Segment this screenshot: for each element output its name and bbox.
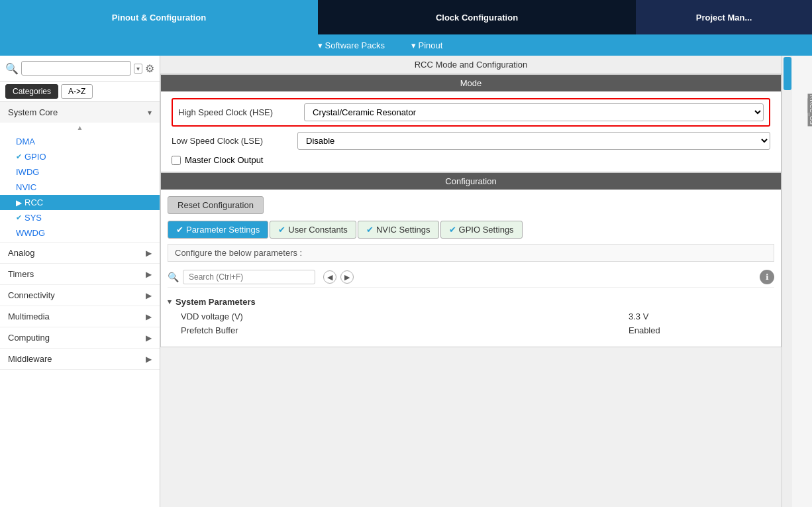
tab-project-manager[interactable]: Project Man... — [636, 0, 812, 34]
sidebar-item-gpio[interactable]: ✔ GPIO — [0, 149, 160, 164]
lse-label: Low Speed Clock (LSE) — [172, 136, 297, 146]
master-clock-label: Master Clock Output — [185, 155, 264, 165]
chevron-right-icon-connectivity: ▶ — [146, 291, 152, 300]
computing-header[interactable]: Computing ▶ — [0, 327, 160, 348]
system-core-items: DMA ✔ GPIO IWDG NVIC ▶ RCC ✔ S — [0, 133, 160, 242]
sidebar-item-wwdg[interactable]: WWDG — [0, 225, 160, 241]
section-connectivity: Connectivity ▶ — [0, 285, 160, 306]
chevron-right-icon-multimedia: ▶ — [146, 312, 152, 321]
config-section-header: Configuration — [161, 173, 781, 190]
main-content: RCC Mode and Configuration Mode High Spe… — [160, 56, 782, 507]
sidebar-item-sys[interactable]: ✔ SYS — [0, 210, 160, 225]
scrollbar-thumb[interactable] — [784, 57, 791, 90]
hse-select[interactable]: Crystal/Ceramic Resonator Disable BYPASS… — [304, 103, 764, 121]
system-params-header[interactable]: ▾ System Parameters — [168, 294, 774, 310]
search-icon[interactable]: 🔍 — [5, 62, 19, 75]
sidebar-item-nvic[interactable]: NVIC — [0, 180, 160, 195]
connectivity-header[interactable]: Connectivity ▶ — [0, 285, 160, 306]
check-icon-param: ✔ — [176, 225, 183, 235]
reset-config-button[interactable]: Reset Configuration — [168, 196, 264, 214]
rcc-label-2: RCC_OS — [808, 98, 812, 126]
search-input[interactable] — [21, 61, 131, 76]
pinout-nav[interactable]: ▾ Pinout — [411, 40, 442, 50]
expand-arrow-icon: ▾ — [168, 298, 172, 306]
tab-clock-config[interactable]: Clock Configuration — [318, 0, 636, 34]
tab-parameter-settings[interactable]: ✔ Parameter Settings — [168, 221, 268, 239]
system-core-header[interactable]: System Core ▾ — [0, 102, 160, 123]
param-name-prefetch: Prefetch Buffer — [181, 325, 629, 335]
main-layout: 🔍 ▾ ⚙ Categories A->Z System Core ▾ ▲ DM… — [0, 56, 812, 507]
section-timers: Timers ▶ — [0, 264, 160, 285]
master-clock-row: Master Clock Output — [172, 155, 770, 165]
info-button[interactable]: ℹ — [760, 270, 774, 284]
software-packs-nav[interactable]: ▾ Software Packs — [318, 40, 385, 50]
tab-pinout-config[interactable]: Pinout & Configuration — [0, 0, 318, 34]
check-icon-nvic: ✔ — [366, 225, 374, 235]
multimedia-header[interactable]: Multimedia ▶ — [0, 306, 160, 327]
sub-nav: ▾ Software Packs ▾ Pinout — [0, 34, 812, 56]
next-result-button[interactable]: ▶ — [340, 270, 354, 284]
section-multimedia: Multimedia ▶ — [0, 306, 160, 327]
sidebar-item-iwdg[interactable]: IWDG — [0, 164, 160, 180]
lse-select[interactable]: Disable Crystal/Ceramic Resonator BYPASS… — [297, 132, 770, 150]
param-row-prefetch: Prefetch Buffer Enabled — [168, 323, 774, 337]
timers-header[interactable]: Timers ▶ — [0, 264, 160, 284]
param-search-input[interactable] — [183, 270, 315, 284]
tab-nvic-settings[interactable]: ✔ NVIC Settings — [358, 221, 439, 239]
tab-user-constants[interactable]: ✔ User Constants — [270, 221, 356, 239]
section-system-core: System Core ▾ ▲ DMA ✔ GPIO IWDG NVIC — [0, 102, 160, 243]
content-header: RCC Mode and Configuration — [160, 56, 782, 74]
sidebar-search-bar: 🔍 ▾ ⚙ — [0, 56, 160, 82]
config-body: Reset Configuration ✔ Parameter Settings… — [161, 190, 781, 347]
prev-result-button[interactable]: ◀ — [323, 270, 336, 284]
chevron-right-icon-computing: ▶ — [146, 333, 152, 343]
right-labels-area: RCC_ RCC_OS — [792, 56, 812, 507]
system-params-label: System Parameters — [176, 297, 256, 307]
chevron-right-icon-middleware: ▶ — [146, 355, 152, 364]
hse-label: High Speed Clock (HSE) — [178, 107, 304, 117]
check-icon-user: ✔ — [278, 225, 285, 235]
check-icon-gpio: ✔ — [16, 152, 22, 161]
search-dropdown-icon[interactable]: ▾ — [134, 64, 142, 74]
param-name-vdd: VDD voltage (V) — [181, 311, 629, 321]
param-search-row: 🔍 ◀ ▶ ℹ — [168, 267, 774, 288]
check-icon-sys: ✔ — [16, 213, 22, 222]
chevron-down-icon: ▾ — [148, 108, 152, 117]
configure-text: Configure the below parameters : — [175, 248, 302, 258]
arrow-icon-rcc: ▶ — [16, 198, 22, 207]
chevron-right-icon-timers: ▶ — [146, 270, 152, 279]
mode-body: High Speed Clock (HSE) Crystal/Ceramic R… — [161, 91, 781, 172]
sidebar: 🔍 ▾ ⚙ Categories A->Z System Core ▾ ▲ DM… — [0, 56, 160, 507]
config-info-bar: Configure the below parameters : — [168, 244, 774, 262]
mode-section: Mode High Speed Clock (HSE) Crystal/Cera… — [160, 74, 782, 172]
section-middleware: Middleware ▶ — [0, 349, 160, 370]
check-icon-gpio-tab: ✔ — [449, 225, 456, 235]
section-computing: Computing ▶ — [0, 327, 160, 349]
scrollbar-area — [782, 56, 792, 507]
sidebar-item-rcc[interactable]: ▶ RCC — [0, 195, 160, 210]
hse-row: High Speed Clock (HSE) Crystal/Ceramic R… — [172, 98, 770, 127]
content-wrapper: RCC Mode and Configuration Mode High Spe… — [160, 56, 812, 507]
sidebar-item-dma[interactable]: DMA — [0, 134, 160, 149]
param-row-vdd: VDD voltage (V) 3.3 V — [168, 310, 774, 323]
lse-row: Low Speed Clock (LSE) Disable Crystal/Ce… — [172, 132, 770, 150]
analog-header[interactable]: Analog ▶ — [0, 243, 160, 263]
scroll-up-arrow[interactable]: ▲ — [0, 123, 160, 133]
top-nav: Pinout & Configuration Clock Configurati… — [0, 0, 812, 34]
master-clock-checkbox[interactable] — [172, 156, 181, 165]
sidebar-tabs: Categories A->Z — [0, 82, 160, 102]
chevron-right-icon: ▶ — [146, 249, 152, 258]
config-section: Configuration Reset Configuration ✔ Para… — [160, 172, 782, 347]
tab-categories[interactable]: Categories — [5, 84, 58, 99]
tab-az[interactable]: A->Z — [61, 84, 93, 99]
tab-gpio-settings[interactable]: ✔ GPIO Settings — [440, 221, 523, 239]
params-section: ▾ System Parameters VDD voltage (V) 3.3 … — [168, 292, 774, 340]
section-analog: Analog ▶ — [0, 243, 160, 264]
mode-section-header: Mode — [161, 75, 781, 91]
param-value-vdd: 3.3 V — [629, 311, 761, 321]
param-value-prefetch: Enabled — [629, 325, 761, 335]
config-tabs: ✔ Parameter Settings ✔ User Constants ✔ … — [168, 221, 774, 239]
param-search-icon: 🔍 — [168, 272, 179, 282]
middleware-header[interactable]: Middleware ▶ — [0, 349, 160, 369]
gear-icon[interactable]: ⚙ — [145, 62, 154, 75]
